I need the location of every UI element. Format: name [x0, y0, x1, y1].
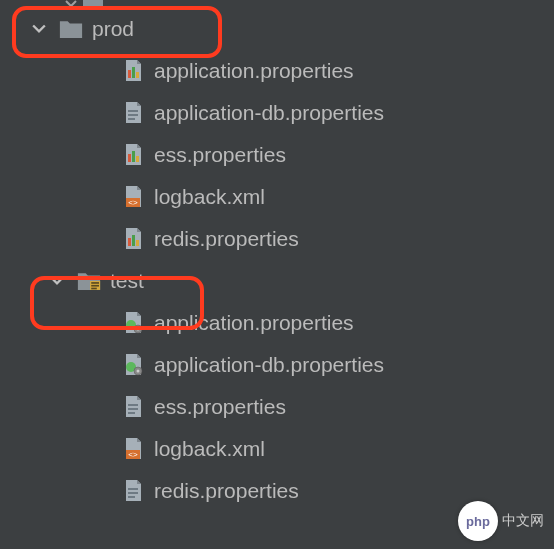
chevron-down-icon — [62, 0, 80, 8]
tree-file[interactable]: application.properties — [0, 302, 554, 344]
svg-point-23 — [137, 370, 140, 373]
svg-rect-13 — [136, 240, 139, 246]
svg-rect-30 — [128, 492, 138, 494]
watermark-text: 中文网 — [502, 512, 544, 530]
properties-file-icon — [120, 396, 146, 418]
svg-rect-2 — [136, 72, 139, 78]
chevron-down-icon — [48, 274, 66, 288]
svg-rect-17 — [91, 288, 97, 290]
svg-point-20 — [137, 328, 140, 331]
chevron-down-icon — [30, 22, 48, 36]
svg-rect-29 — [128, 488, 138, 490]
file-label: application.properties — [154, 59, 354, 83]
file-label: logback.xml — [154, 437, 265, 461]
svg-rect-4 — [128, 114, 138, 116]
tree-folder-truncated[interactable] — [0, 0, 554, 8]
svg-rect-1 — [132, 67, 135, 78]
svg-rect-11 — [128, 238, 131, 246]
folder-resources-icon — [76, 271, 102, 291]
folder-label: test — [110, 269, 144, 293]
tree-folder-test[interactable]: test — [0, 260, 554, 302]
file-label: redis.properties — [154, 227, 299, 251]
svg-rect-26 — [128, 412, 135, 414]
svg-text:<>: <> — [128, 198, 138, 207]
file-label: logback.xml — [154, 185, 265, 209]
file-label: application-db.properties — [154, 101, 384, 125]
xml-file-icon: <> — [120, 438, 146, 460]
tree-file[interactable]: ess.properties — [0, 134, 554, 176]
tree-file[interactable]: <> logback.xml — [0, 176, 554, 218]
tree-folder-prod[interactable]: prod — [0, 8, 554, 50]
file-label: application.properties — [154, 311, 354, 335]
properties-file-icon — [120, 144, 146, 166]
svg-rect-15 — [91, 282, 99, 284]
tree-file[interactable]: application.properties — [0, 50, 554, 92]
properties-file-icon — [120, 60, 146, 82]
tree-file[interactable]: application-db.properties — [0, 92, 554, 134]
svg-text:<>: <> — [128, 450, 138, 459]
tree-file[interactable]: redis.properties — [0, 218, 554, 260]
svg-rect-8 — [136, 156, 139, 162]
tree-file[interactable]: <> logback.xml — [0, 428, 554, 470]
folder-label: prod — [92, 17, 134, 41]
svg-rect-25 — [128, 408, 138, 410]
folder-icon — [80, 0, 106, 8]
file-label: redis.properties — [154, 479, 299, 503]
svg-rect-24 — [128, 404, 138, 406]
watermark: php 中文网 — [458, 501, 544, 541]
project-tree: prod application.properties application-… — [0, 0, 554, 512]
properties-file-icon — [120, 102, 146, 124]
svg-rect-0 — [128, 70, 131, 78]
svg-rect-7 — [132, 151, 135, 162]
file-label: ess.properties — [154, 143, 286, 167]
xml-file-icon: <> — [120, 186, 146, 208]
svg-rect-3 — [128, 110, 138, 112]
svg-rect-16 — [91, 285, 99, 287]
file-label: application-db.properties — [154, 353, 384, 377]
tree-file[interactable]: ess.properties — [0, 386, 554, 428]
properties-spring-file-icon — [120, 312, 146, 334]
svg-rect-6 — [128, 154, 131, 162]
php-logo-icon: php — [458, 501, 498, 541]
properties-file-icon — [120, 228, 146, 250]
svg-rect-31 — [128, 496, 135, 498]
properties-spring-file-icon — [120, 354, 146, 376]
tree-file[interactable]: application-db.properties — [0, 344, 554, 386]
file-label: ess.properties — [154, 395, 286, 419]
properties-file-icon — [120, 480, 146, 502]
svg-rect-5 — [128, 118, 135, 120]
folder-icon — [58, 19, 84, 39]
svg-rect-12 — [132, 235, 135, 246]
